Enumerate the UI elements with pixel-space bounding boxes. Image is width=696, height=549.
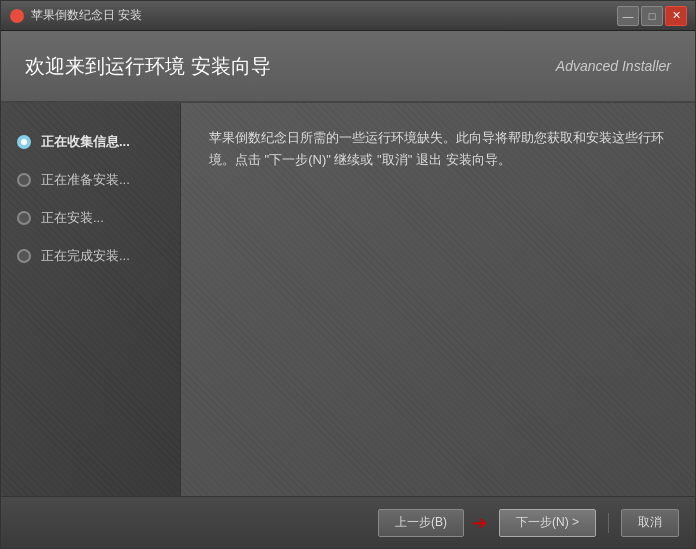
- window-title: 苹果倒数纪念日 安装: [31, 7, 142, 24]
- main-content: 正在收集信息... 正在准备安装... 正在安装... 正在完成安装... 苹果…: [1, 103, 695, 496]
- separator: [608, 513, 609, 533]
- step-radio-install: [17, 211, 31, 225]
- arrow-icon: ➔: [472, 512, 487, 534]
- title-bar-left: 苹果倒数纪念日 安装: [9, 7, 142, 24]
- minimize-button[interactable]: —: [617, 6, 639, 26]
- step-radio-collect: [17, 135, 31, 149]
- app-icon: [9, 8, 25, 24]
- step-radio-finish: [17, 249, 31, 263]
- title-bar: 苹果倒数纪念日 安装 — □ ✕: [1, 1, 695, 31]
- footer: 上一步(B) ➔ 下一步(N) > 取消: [1, 496, 695, 548]
- steps-sidebar: 正在收集信息... 正在准备安装... 正在安装... 正在完成安装...: [1, 103, 181, 496]
- step-radio-prepare: [17, 173, 31, 187]
- next-button[interactable]: 下一步(N) >: [499, 509, 596, 537]
- content-panel: 苹果倒数纪念日所需的一些运行环境缺失。此向导将帮助您获取和安装这些行环境。点击 …: [181, 103, 695, 496]
- maximize-button[interactable]: □: [641, 6, 663, 26]
- step-label-prepare: 正在准备安装...: [41, 171, 130, 189]
- brand-label: Advanced Installer: [556, 58, 671, 74]
- step-item-prepare: 正在准备安装...: [1, 161, 180, 199]
- step-item-finish: 正在完成安装...: [1, 237, 180, 275]
- step-item-install: 正在安装...: [1, 199, 180, 237]
- installer-window: 苹果倒数纪念日 安装 — □ ✕ 欢迎来到运行环境 安装向导 Advanced …: [0, 0, 696, 549]
- close-button[interactable]: ✕: [665, 6, 687, 26]
- page-title: 欢迎来到运行环境 安装向导: [25, 53, 271, 80]
- content-description: 苹果倒数纪念日所需的一些运行环境缺失。此向导将帮助您获取和安装这些行环境。点击 …: [209, 127, 667, 171]
- title-bar-controls: — □ ✕: [617, 6, 687, 26]
- step-item-collect: 正在收集信息...: [1, 123, 180, 161]
- step-label-finish: 正在完成安装...: [41, 247, 130, 265]
- step-label-install: 正在安装...: [41, 209, 104, 227]
- svg-point-0: [10, 9, 24, 23]
- back-button[interactable]: 上一步(B): [378, 509, 464, 537]
- step-label-collect: 正在收集信息...: [41, 133, 130, 151]
- cancel-button[interactable]: 取消: [621, 509, 679, 537]
- header-strip: 欢迎来到运行环境 安装向导 Advanced Installer: [1, 31, 695, 103]
